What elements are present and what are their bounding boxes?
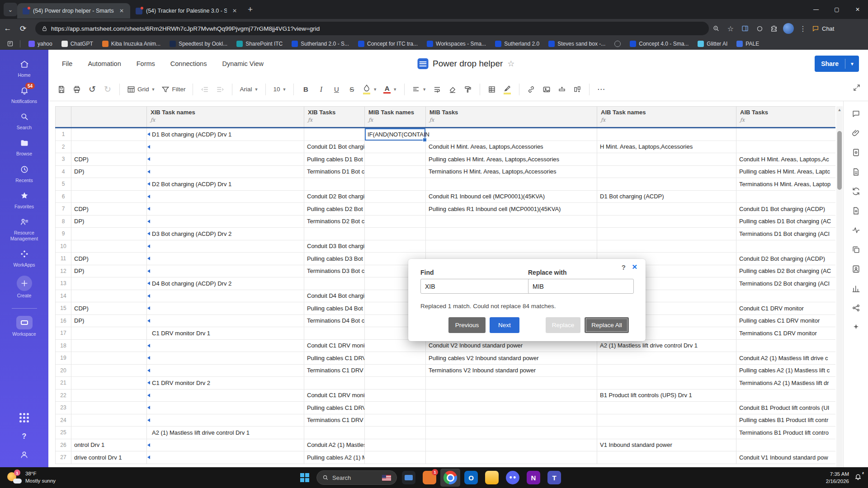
clipped-cell[interactable]: DP) — [71, 315, 147, 328]
mib-task-names-cell[interactable] — [365, 352, 426, 365]
aib-tasks-cell[interactable] — [736, 439, 835, 452]
mib-tasks-cell[interactable] — [426, 402, 597, 414]
folder-taskbar-icon[interactable] — [482, 469, 502, 487]
tab-close-icon[interactable]: ✕ — [118, 7, 126, 15]
bookmark-item[interactable]: Sutherland 2.0 - S... — [288, 40, 353, 48]
aib-task-names-cell[interactable]: H Mint. Areas, Laptops,Accessories — [597, 141, 736, 154]
row-number[interactable]: 24 — [56, 414, 71, 427]
mib-tasks-cell[interactable]: Pulling cables H Mint. Areas, Laptops,Ac… — [426, 153, 597, 166]
file-plus-icon[interactable] — [852, 206, 860, 217]
aib-task-names-cell[interactable] — [597, 365, 736, 377]
row-number[interactable]: 12 — [56, 265, 71, 278]
xib-task-names-cell[interactable] — [147, 191, 304, 203]
clipped-cell[interactable]: DP) — [71, 216, 147, 228]
tab-close-icon[interactable]: ✕ — [231, 7, 239, 15]
mib-tasks-cell[interactable]: Pulling cables R1 Inbound cell (MCP0001)… — [426, 203, 597, 216]
clipped-cell[interactable] — [71, 178, 147, 191]
aib-tasks-cell[interactable]: Pulling cables A2 (1) Mastless lift c — [736, 365, 835, 377]
bookmark-item[interactable]: Concept 4.0 - Sma... — [626, 40, 692, 48]
expand-sheet-icon[interactable] — [853, 84, 861, 94]
clipped-cell[interactable] — [71, 141, 147, 154]
mib-tasks-cell[interactable] — [426, 240, 597, 253]
row-number[interactable]: 16 — [56, 315, 71, 328]
sidebar-item-browse[interactable]: Browse — [0, 138, 48, 157]
xib-task-names-cell[interactable] — [147, 365, 304, 377]
xib-tasks-cell[interactable] — [304, 377, 365, 389]
wrap-text-button[interactable] — [430, 82, 444, 97]
aib-task-names-cell[interactable] — [597, 128, 736, 141]
aib-tasks-cell[interactable]: Terminations H Mint. Areas, Laptop — [736, 178, 835, 191]
corner-header[interactable] — [56, 107, 71, 127]
address-bar[interactable]: https://app.smartsheet.com/sheets/6Rm2HR… — [35, 22, 709, 35]
xib-tasks-cell[interactable]: Conduit C1 DRV monit — [304, 389, 365, 402]
row-number[interactable]: 15 — [56, 302, 71, 315]
bookmark-item[interactable]: Glitter AI — [694, 40, 731, 48]
browser-tab-inactive[interactable]: (54) Tracker for Palestine 3.0 - Sma ✕ — [130, 3, 243, 19]
mib-tasks-cell[interactable]: Terminations H Mint. Areas, Laptops,Acce… — [426, 166, 597, 178]
clipped-cell[interactable]: DP) — [71, 265, 147, 278]
xib-tasks-cell[interactable] — [304, 228, 365, 240]
xib-task-names-cell[interactable]: D4 Bot charging (ACDP) Drv 2 — [147, 277, 304, 290]
column-header-aib-task-names[interactable]: AIB Task namesƒx — [597, 107, 736, 127]
mib-tasks-cell[interactable] — [426, 427, 597, 439]
row-number[interactable]: 11 — [56, 253, 71, 265]
xib-task-names-cell[interactable] — [147, 153, 304, 166]
xib-tasks-cell[interactable]: Terminations C1 DRV r — [304, 414, 365, 427]
print-button[interactable] — [70, 82, 84, 97]
clipped-cell[interactable]: CDP) — [71, 203, 147, 216]
mib-task-names-cell[interactable] — [365, 228, 426, 240]
attach-row-icon[interactable] — [555, 82, 569, 97]
mib-tasks-cell[interactable] — [426, 389, 597, 402]
extension-icon[interactable] — [752, 21, 767, 36]
row-number[interactable]: 20 — [56, 365, 71, 377]
aib-tasks-cell[interactable]: Pulling cables H Mint. Areas, Laptc — [736, 166, 835, 178]
aib-task-names-cell[interactable] — [597, 377, 736, 389]
mib-task-names-cell[interactable] — [365, 141, 426, 154]
bookmark-item[interactable]: Speedtest by Ookl... — [166, 40, 231, 48]
clipped-cell[interactable] — [71, 277, 147, 290]
aib-tasks-cell[interactable] — [736, 191, 835, 203]
clipped-cell[interactable]: CDP) — [71, 253, 147, 265]
favorite-star-icon[interactable]: ☆ — [507, 59, 514, 69]
aib-tasks-cell[interactable]: Conduit A2 (1) Mastless lift drive c — [736, 352, 835, 365]
xib-tasks-cell[interactable]: Conduit D4 Bot chargin — [304, 290, 365, 303]
aib-task-names-cell[interactable] — [597, 451, 736, 464]
xib-task-names-cell[interactable] — [147, 265, 304, 278]
xib-task-names-cell[interactable]: C1 DRV monitor Drv 1 — [147, 327, 304, 340]
next-button[interactable]: Next — [490, 317, 519, 333]
outlook-taskbar-icon[interactable] — [461, 469, 481, 487]
row-number[interactable]: 21 — [56, 377, 71, 389]
minimize-button[interactable]: — — [806, 0, 826, 19]
aib-task-names-cell[interactable] — [597, 427, 736, 439]
share-button[interactable]: Share▼ — [815, 56, 859, 72]
mib-task-names-cell[interactable] — [365, 414, 426, 427]
reload-button[interactable]: ⟳ — [15, 24, 31, 33]
xib-task-names-cell[interactable] — [147, 352, 304, 365]
menu-dynamic-view[interactable]: Dynamic View — [222, 60, 264, 67]
aib-tasks-cell[interactable]: Terminations D2 Bot charging (ACI — [736, 277, 835, 290]
zoom-icon[interactable] — [709, 21, 723, 36]
xib-tasks-cell[interactable]: Terminations D1 Bot ch — [304, 166, 365, 178]
aib-tasks-cell[interactable]: Terminations C1 DRV monitor — [736, 327, 835, 340]
fill-color-button[interactable]: ▼ — [360, 82, 379, 97]
column-header-mib-task-names[interactable]: MIB Task namesƒx — [365, 107, 426, 127]
aib-task-names-cell[interactable] — [597, 228, 736, 240]
text-color-button[interactable]: A▼ — [381, 82, 399, 97]
mib-tasks-cell[interactable] — [426, 128, 597, 141]
browser-tab-active[interactable]: (54) Power drop helper - Smartshe ✕ — [17, 3, 130, 19]
clipped-cell[interactable] — [71, 389, 147, 402]
xib-task-names-cell[interactable] — [147, 166, 304, 178]
onenote-taskbar-icon[interactable] — [524, 469, 543, 487]
menu-connections[interactable]: Connections — [170, 60, 207, 67]
mib-task-names-cell[interactable] — [365, 153, 426, 166]
mib-tasks-cell[interactable] — [426, 228, 597, 240]
clipped-cell[interactable] — [71, 191, 147, 203]
row-number[interactable]: 6 — [56, 191, 71, 203]
xib-tasks-cell[interactable]: Terminations D2 Bot ch — [304, 216, 365, 228]
xib-task-names-cell[interactable] — [147, 402, 304, 414]
xib-task-names-cell[interactable]: A2 (1) Mastless lift drive control Drv 1 — [147, 427, 304, 439]
teams-taskbar-icon[interactable] — [544, 469, 564, 487]
replace-button[interactable]: Replace — [546, 317, 580, 333]
sidebar-item-search[interactable]: Search — [0, 112, 48, 131]
clipped-cell[interactable] — [71, 377, 147, 389]
